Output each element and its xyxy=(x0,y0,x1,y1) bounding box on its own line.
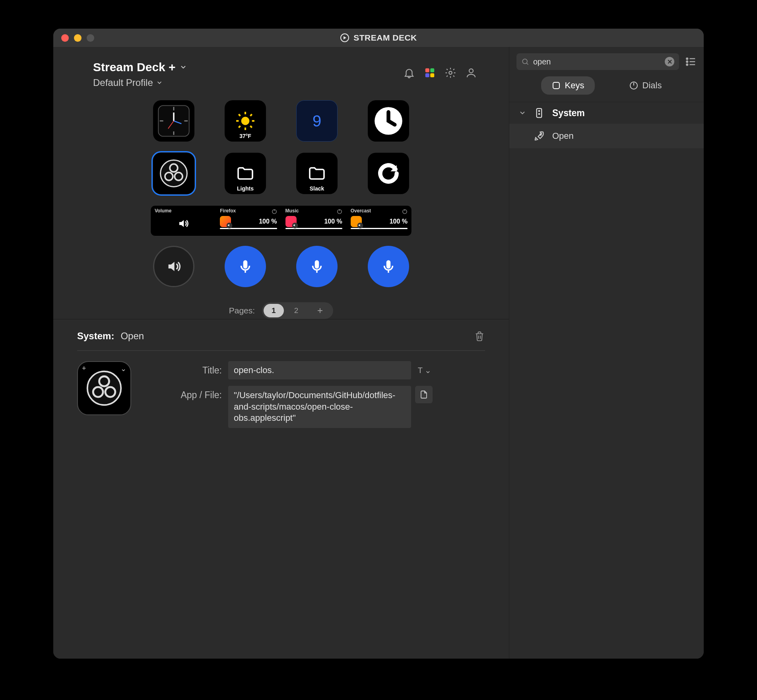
dial-mic-1[interactable] xyxy=(225,246,266,287)
pager: Pages: 1 2 xyxy=(229,302,334,319)
sun-icon xyxy=(235,111,255,131)
key-grid: 37°F 9 xyxy=(53,92,509,319)
svg-rect-3 xyxy=(425,73,429,77)
file-field[interactable]: "/Users/taylor/Documents/GitHub/dotfiles… xyxy=(228,386,411,428)
svg-point-58 xyxy=(540,134,542,135)
key-clock-analog[interactable] xyxy=(153,100,194,142)
touch-seg-music[interactable]: Music 100 % xyxy=(281,206,346,236)
touch-seg-firefox[interactable]: Firefox 100 % xyxy=(215,206,281,236)
dial-volume[interactable] xyxy=(153,246,194,287)
weather-temp: 37°F xyxy=(239,133,251,139)
key-icon-editor[interactable]: + ⌄ xyxy=(77,361,131,415)
add-page-button[interactable] xyxy=(309,305,332,317)
store-icon[interactable] xyxy=(424,67,436,79)
touch-title: Overcast xyxy=(351,208,408,214)
chevron-down-icon: ⌄ xyxy=(120,364,126,373)
touch-seg-volume[interactable]: Volume xyxy=(151,206,215,236)
action-group-system[interactable]: System xyxy=(509,102,704,124)
notifications-icon[interactable] xyxy=(403,67,415,79)
tab-keys[interactable]: Keys xyxy=(541,76,595,95)
deck-header: Stream Deck + Default Profile xyxy=(53,47,509,92)
page-1-button[interactable]: 1 xyxy=(264,304,284,317)
svg-point-48 xyxy=(686,61,688,62)
page-2-button[interactable]: 2 xyxy=(286,304,307,317)
svg-rect-40 xyxy=(386,260,391,268)
window-close-button[interactable] xyxy=(61,34,69,42)
actions-tab-bar: Keys Dials xyxy=(509,74,704,102)
chevron-down-icon xyxy=(519,109,526,117)
traffic-lights xyxy=(61,34,94,42)
svg-point-6 xyxy=(469,69,473,73)
dial-mic-3[interactable] xyxy=(368,246,409,287)
svg-point-56 xyxy=(539,111,540,112)
rocket-icon xyxy=(533,130,545,142)
svg-point-5 xyxy=(449,71,452,74)
key-number[interactable]: 9 xyxy=(296,100,338,142)
main-panel: Stream Deck + Default Profile xyxy=(53,47,509,659)
analog-clock-icon xyxy=(156,103,191,138)
dial-mic-2[interactable] xyxy=(296,246,338,287)
dial-row xyxy=(153,246,409,287)
clock-icon xyxy=(373,106,404,136)
touch-strip[interactable]: Volume Firefox 100 % xyxy=(150,205,412,236)
action-item-open[interactable]: Open xyxy=(509,124,704,148)
pager-label: Pages: xyxy=(229,306,255,315)
chevron-down-icon xyxy=(180,64,187,71)
profile-selector[interactable]: Default Profile xyxy=(93,77,403,88)
search-input[interactable] xyxy=(529,57,665,66)
svg-point-30 xyxy=(274,210,274,210)
delete-button[interactable] xyxy=(474,331,485,342)
svg-point-36 xyxy=(404,210,405,210)
svg-point-15 xyxy=(241,117,250,125)
folder-icon xyxy=(236,164,255,183)
window-minimize-button[interactable] xyxy=(74,34,82,42)
browse-file-button[interactable] xyxy=(415,386,433,403)
window-zoom-button[interactable] xyxy=(87,34,94,42)
svg-point-57 xyxy=(539,113,540,115)
clear-search-button[interactable]: ✕ xyxy=(665,57,674,66)
key-obs[interactable] xyxy=(153,153,194,194)
key-label: Slack xyxy=(310,185,324,192)
tab-dials[interactable]: Dials xyxy=(619,76,672,95)
title-field[interactable] xyxy=(228,361,411,379)
svg-rect-4 xyxy=(430,73,434,77)
window-title: STREAM DECK xyxy=(340,33,417,43)
titlebar: STREAM DECK xyxy=(53,29,704,47)
firefox-app-icon xyxy=(220,216,231,227)
key-folder-lights[interactable]: Lights xyxy=(225,153,266,194)
music-app-icon xyxy=(285,216,297,227)
title-style-button[interactable]: T ⌄ xyxy=(415,362,434,378)
obs-icon xyxy=(85,369,123,407)
inspector-category: System: xyxy=(77,331,114,342)
inspector-panel: System: Open + ⌄ xyxy=(53,319,509,659)
key-label: Lights xyxy=(237,185,254,192)
speaker-icon xyxy=(166,259,182,274)
key-weather[interactable]: 37°F xyxy=(225,100,266,142)
system-icon xyxy=(533,107,545,119)
svg-point-33 xyxy=(339,210,340,210)
svg-rect-55 xyxy=(537,109,542,118)
key-icon xyxy=(551,81,561,90)
device-selector[interactable]: Stream Deck + xyxy=(93,60,403,74)
microphone-icon xyxy=(380,258,397,275)
search-box[interactable]: ✕ xyxy=(516,53,679,70)
key-reload[interactable] xyxy=(368,153,409,194)
app-window: STREAM DECK Stream Deck + Default Profil… xyxy=(53,29,704,659)
settings-gear-icon[interactable] xyxy=(444,67,456,79)
key-clock-white[interactable] xyxy=(368,100,409,142)
file-icon xyxy=(419,390,429,399)
account-icon[interactable] xyxy=(465,67,477,79)
touch-seg-overcast[interactable]: Overcast 100 % xyxy=(346,206,411,236)
actions-panel: ✕ Keys Dials System xyxy=(509,47,704,659)
key-folder-slack[interactable]: Slack xyxy=(296,153,338,194)
microphone-icon xyxy=(237,258,254,275)
tab-label: Dials xyxy=(642,80,662,91)
list-view-toggle[interactable] xyxy=(685,56,697,68)
svg-line-21 xyxy=(250,126,252,128)
plus-icon xyxy=(316,307,324,314)
group-name: System xyxy=(552,108,585,119)
svg-point-34 xyxy=(292,223,298,229)
knob-icon xyxy=(402,209,408,214)
window-title-text: STREAM DECK xyxy=(353,33,417,43)
action-name: Open xyxy=(552,131,574,141)
